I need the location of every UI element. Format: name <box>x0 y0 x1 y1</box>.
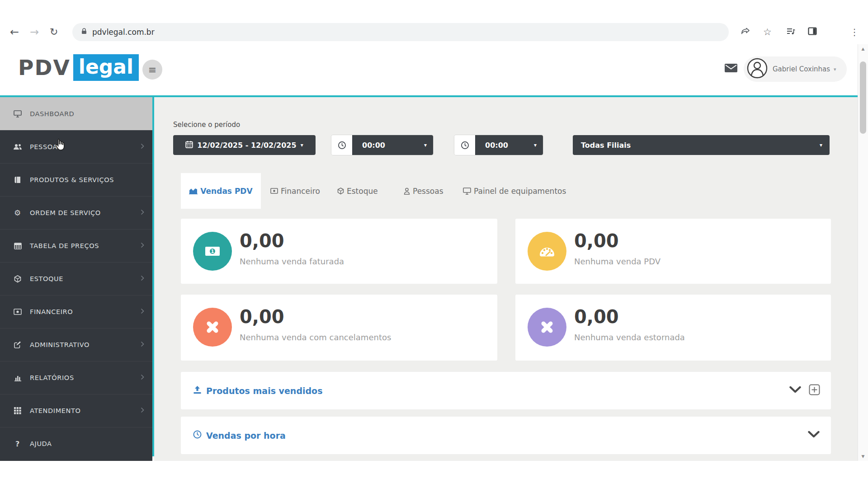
browser-menu-icon[interactable]: ⋮ <box>850 27 859 38</box>
tab-label: Painel de equipamentos <box>474 187 566 196</box>
sidebar-item-administrativo[interactable]: ADMINISTRATIVO <box>0 328 152 361</box>
user-menu[interactable]: Gabriel Coxinhas ▾ <box>744 56 847 82</box>
tab-label: Financeiro <box>281 187 320 196</box>
sidebar-item-relatorios[interactable]: RELATÓRIOS <box>0 361 152 394</box>
date-range-value: 12/02/2025 - 12/02/2025 <box>197 141 296 150</box>
tab-estoque[interactable]: Estoque <box>337 173 378 209</box>
address-bar[interactable]: pdvlegal.com.br <box>72 23 729 41</box>
sidebar: DASHBOARD PESSOAS PRODUTOS & SERVIÇOS ⚙ … <box>0 97 152 461</box>
stat-caption: Nenhuma venda com cancelamentos <box>240 333 391 342</box>
date-range-picker[interactable]: 12/02/2025 - 12/02/2025 ▾ <box>173 135 316 155</box>
stat-card-pdv: 0,00 Nenhuma venda PDV <box>515 219 831 284</box>
tab-pessoas[interactable]: Pessoas <box>404 173 443 209</box>
sidebar-label: ORDEM DE SERVIÇO <box>30 209 101 216</box>
sidebar-item-financeiro[interactable]: FINANCEIRO <box>0 295 152 328</box>
chevron-right-icon <box>141 341 144 348</box>
back-arrow-icon[interactable]: ← <box>10 27 19 38</box>
side-panel-icon[interactable] <box>807 26 817 38</box>
sidebar-item-tabela-de-precos[interactable]: TABELA DE PREÇOS <box>0 229 152 262</box>
person-icon <box>404 188 410 195</box>
forward-arrow-icon[interactable]: → <box>30 27 39 38</box>
chart-area-icon <box>189 188 198 194</box>
sidebar-label: PRODUTOS & SERVIÇOS <box>30 176 114 183</box>
upload-icon <box>193 386 202 396</box>
sidebar-label: RELATÓRIOS <box>30 374 74 381</box>
panel-title: Produtos mais vendidos <box>206 386 322 396</box>
stat-card-cancelamentos: 0,00 Nenhuma venda com cancelamentos <box>181 295 497 361</box>
tab-label: Vendas PDV <box>200 187 252 196</box>
chevron-right-icon <box>141 275 144 282</box>
chevron-right-icon <box>141 242 144 249</box>
bookmark-star-icon[interactable]: ☆ <box>763 27 772 38</box>
clock-icon <box>454 135 475 155</box>
messages-envelope-icon[interactable] <box>725 63 737 75</box>
period-label: Selecione o período <box>173 121 240 129</box>
sidebar-toggle-button[interactable]: ≡ <box>142 60 162 80</box>
sidebar-item-ajuda[interactable]: ? AJUDA <box>0 427 152 460</box>
sidebar-label: ADMINISTRATIVO <box>30 341 90 348</box>
bar-chart-icon <box>13 374 23 381</box>
chevron-down-icon: ▾ <box>424 142 427 148</box>
scroll-up-icon[interactable]: ▲ <box>858 47 868 51</box>
chevron-down-icon[interactable] <box>807 431 820 440</box>
money-icon <box>13 309 23 315</box>
stat-value: 0,00 <box>574 230 619 251</box>
user-name: Gabriel Coxinhas <box>773 65 830 73</box>
sidebar-label: FINANCEIRO <box>30 308 73 315</box>
lock-icon <box>80 28 88 37</box>
tab-vendas-pdv[interactable]: Vendas PDV <box>181 173 261 209</box>
chevron-right-icon <box>141 308 144 315</box>
book-icon <box>13 176 23 183</box>
panel-produtos-mais-vendidos[interactable]: Produtos mais vendidos <box>181 372 831 409</box>
stat-value: 0,00 <box>240 306 284 327</box>
time-start-picker[interactable]: 00:00▾ <box>331 135 433 155</box>
chevron-right-icon <box>141 143 144 150</box>
url-text: pdvlegal.com.br <box>92 28 155 37</box>
chevron-down-icon[interactable] <box>789 386 802 395</box>
chevron-right-icon <box>141 374 144 381</box>
panel-vendas-por-hora[interactable]: Vendas por hora <box>181 417 831 454</box>
tab-financeiro[interactable]: Financeiro <box>270 173 320 209</box>
chevron-down-icon: ▾ <box>301 142 303 148</box>
sidebar-item-ordem-de-servico[interactable]: ⚙ ORDEM DE SERVIÇO <box>0 196 152 229</box>
browser-toolbar: ← → ↻ pdvlegal.com.br ☆ ⋮ <box>0 20 868 45</box>
sidebar-item-pessoas[interactable]: PESSOAS <box>0 130 152 163</box>
x-icon <box>528 308 566 347</box>
stat-card-estornada: 0,00 Nenhuma venda estornada <box>515 295 831 361</box>
logo-text-pdv: PDV <box>18 55 71 80</box>
share-icon[interactable] <box>741 26 750 38</box>
monitor-icon <box>463 188 471 195</box>
logo[interactable]: PDV legal <box>18 54 139 81</box>
browser-scrollbar[interactable]: ▲ ▼ <box>858 44 868 461</box>
tab-painel-de-equipamentos[interactable]: Painel de equipamentos <box>463 173 566 209</box>
sidebar-item-atendimento[interactable]: ATENDIMENTO <box>0 394 152 427</box>
edit-icon <box>13 341 23 348</box>
chevron-down-icon: ▾ <box>834 66 836 72</box>
stat-caption: Nenhuma venda PDV <box>574 257 660 266</box>
hamburger-icon: ≡ <box>148 64 156 75</box>
gear-icon: ⚙ <box>13 209 23 217</box>
time-start-value: 00:00 <box>362 141 385 150</box>
sidebar-label: DASHBOARD <box>30 110 74 117</box>
time-end-picker[interactable]: 00:00▾ <box>454 135 543 155</box>
x-icon <box>193 308 232 347</box>
money-bill-icon: 1 <box>193 232 232 271</box>
users-icon <box>13 143 23 150</box>
scrollbar-thumb[interactable] <box>860 61 866 134</box>
sidebar-label: AJUDA <box>30 440 52 447</box>
plus-square-icon[interactable] <box>809 384 820 397</box>
reload-icon[interactable]: ↻ <box>50 27 58 37</box>
main-content: Selecione o período 12/02/2025 - 12/02/2… <box>154 97 858 461</box>
scroll-down-icon[interactable]: ▼ <box>858 454 868 459</box>
branch-select[interactable]: Todas Filiais ▾ <box>573 135 830 155</box>
sidebar-item-estoque[interactable]: ESTOQUE <box>0 262 152 295</box>
cube-icon <box>13 275 23 283</box>
media-controls-icon[interactable] <box>786 26 796 38</box>
money-icon <box>270 188 278 194</box>
user-avatar-icon <box>746 57 768 81</box>
sidebar-item-produtos-servicos[interactable]: PRODUTOS & SERVIÇOS <box>0 163 152 196</box>
sidebar-item-dashboard[interactable]: DASHBOARD <box>0 97 152 130</box>
stat-caption: Nenhuma venda faturada <box>240 257 344 266</box>
mouse-cursor <box>53 138 66 154</box>
time-end-value: 00:00 <box>485 141 508 150</box>
